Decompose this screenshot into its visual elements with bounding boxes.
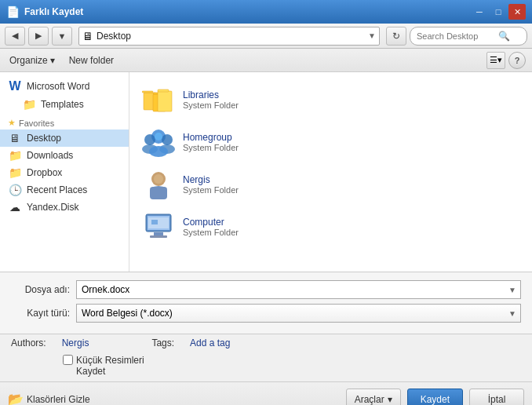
word-icon: W [8,79,22,93]
svg-point-7 [144,134,155,145]
new-folder-button[interactable]: New folder [66,53,117,68]
title-bar-controls: ─ □ ✕ [471,4,526,20]
sidebar-item-templates[interactable]: 📁 Templates [0,96,129,113]
sidebar-item-recent-label: Recent Places [27,184,87,195]
filetype-wrapper: Word Belgesi (*.docx) ▼ [76,304,521,323]
sidebar-item-desktop[interactable]: 🖥 Desktop [0,130,129,147]
sidebar-item-word[interactable]: W Microsoft Word [0,77,129,96]
filename-label: Dosya adı: [11,284,70,295]
svg-point-12 [149,146,168,157]
yandex-icon: ☁ [8,201,22,213]
forward-button[interactable]: ▶ [28,27,49,46]
file-item-computer[interactable]: Computer System Folder [136,206,526,248]
svg-rect-14 [150,187,167,199]
homegroup-name: Homegroup [183,132,239,143]
search-bar: 🔍 [410,27,527,46]
sidebar-item-yandex[interactable]: ☁ Yandex.Disk [0,199,129,216]
meta-row: Authors: Nergis Tags: Add a tag [0,334,532,352]
homegroup-type: System Folder [183,143,239,152]
svg-rect-20 [148,217,169,228]
dropdown-button[interactable]: ▼ [52,27,72,46]
view-icon: ☰ [490,55,497,65]
address-bar: 🖥 Desktop ▼ [78,27,380,46]
libraries-name: Libraries [183,89,239,100]
tools-label: Araçlar [355,394,384,405]
view-button[interactable]: ☰ ▾ [486,52,505,69]
back-button[interactable]: ◀ [5,27,25,46]
thumbnail-checkbox[interactable] [63,355,73,365]
desktop-sidebar-icon: 🖥 [8,132,22,144]
refresh-button[interactable]: ↻ [386,27,406,46]
organize-arrow: ▾ [50,55,55,66]
sidebar-item-downloads[interactable]: 📁 Downloads [0,147,129,164]
toolbar2-left: Organize ▾ New folder [6,53,117,68]
svg-rect-19 [150,235,167,238]
address-arrow: ▼ [368,31,376,40]
computer-name: Computer [183,217,239,228]
search-input[interactable] [417,31,495,41]
sidebar-item-recent[interactable]: 🕒 Recent Places [0,181,129,199]
file-item-libraries[interactable]: Libraries System Folder [136,78,526,121]
svg-point-8 [162,134,173,145]
dropbox-icon: 📁 [8,166,22,179]
filename-row: Dosya adı: ▼ [11,280,521,299]
thumbnail-label[interactable]: Küçük Resimleri Kaydet [63,355,144,377]
sidebar-item-desktop-label: Desktop [27,133,61,144]
filename-input[interactable] [76,280,521,299]
svg-rect-5 [158,89,169,92]
sidebar-item-yandex-label: Yandex.Disk [27,202,78,213]
filetype-row: Kayıt türü: Word Belgesi (*.docx) ▼ [11,304,521,323]
organize-button[interactable]: Organize ▾ [6,53,58,68]
view-arrow: ▾ [497,55,502,65]
libraries-info: Libraries System Folder [183,89,239,110]
main-content: W Microsoft Word 📁 Templates ★ Favorites… [0,72,532,272]
sidebar-item-word-label: Microsoft Word [27,81,89,92]
svg-point-15 [154,174,163,184]
star-icon: ★ [8,118,16,128]
sidebar-item-dropbox-label: Dropbox [27,167,62,178]
svg-rect-1 [142,91,153,93]
computer-icon [142,210,175,243]
libraries-icon [142,83,175,116]
homegroup-info: Homegroup System Folder [183,132,239,152]
folders-icon: 📂 [8,392,24,405]
favorites-label: Favorites [19,119,54,128]
nergis-info: Nergis System Folder [183,174,239,195]
tags-value[interactable]: Add a tag [190,338,230,348]
organize-toolbar: Organize ▾ New folder ☰ ▾ ? [0,49,532,72]
new-folder-label: New folder [69,55,114,66]
tags-label: Tags: [151,338,174,348]
title-bar: 📄 Farklı Kaydet ─ □ ✕ [0,0,532,24]
nergis-name: Nergis [183,174,239,185]
help-button[interactable]: ? [508,52,526,69]
tools-button[interactable]: Araçlar ▾ [346,389,401,406]
save-button[interactable]: Kaydet [407,389,463,406]
file-item-nergis[interactable]: Nergis System Folder [136,163,526,206]
toolbar2-right: ☰ ▾ ? [486,52,526,69]
sidebar-item-dropbox[interactable]: 📁 Dropbox [0,164,129,181]
homegroup-icon [142,126,175,159]
search-icon: 🔍 [498,31,510,42]
tools-arrow: ▾ [388,394,392,405]
favorites-section: ★ Favorites [0,113,129,130]
thumbnail-line1: Küçük Resimleri [76,355,144,366]
computer-info: Computer System Folder [183,217,239,237]
address-text: Desktop [97,31,365,42]
maximize-button[interactable]: □ [490,4,507,20]
nergis-icon [142,168,175,201]
authors-value[interactable]: Nergis [62,338,89,348]
thumbnail-row: Küçük Resimleri Kaydet [0,352,532,381]
recent-icon: 🕒 [8,184,22,196]
thumbnail-line2: Kaydet [76,366,144,377]
title-bar-left: 📄 Farklı Kaydet [6,5,83,18]
hide-folders-button[interactable]: 📂 Klasörleri Gizle [8,392,90,405]
sidebar-item-downloads-label: Downloads [27,150,73,161]
file-item-homegroup[interactable]: Homegroup System Folder [136,121,526,163]
minimize-button[interactable]: ─ [471,4,488,20]
file-area: Libraries System Folder Homegroup Syst [129,72,532,272]
authors-label: Authors: [11,338,46,348]
cancel-button[interactable]: İptal [469,389,524,406]
svg-rect-4 [158,91,172,111]
filetype-select[interactable]: Word Belgesi (*.docx) [76,304,521,323]
close-button[interactable]: ✕ [508,4,526,20]
